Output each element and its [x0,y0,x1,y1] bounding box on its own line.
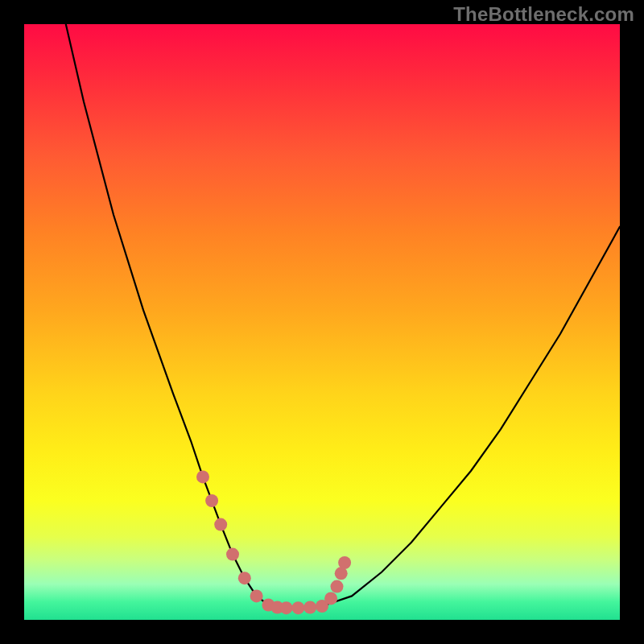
watermark-text: TheBottleneck.com [453,3,634,26]
chart-plot-area [24,24,620,620]
marker-point [280,601,293,614]
marker-point [324,592,337,605]
chart-svg [24,24,620,620]
marker-point [291,601,304,614]
marker-point [338,556,351,569]
marker-point [226,548,239,561]
marker-point [205,494,218,507]
highlight-markers [196,470,351,614]
marker-point [214,518,227,531]
marker-point [238,572,251,584]
marker-point [250,589,263,602]
bottleneck-curve [66,24,620,608]
marker-point [196,470,209,483]
chart-frame: TheBottleneck.com [0,0,644,644]
marker-point [331,580,344,593]
marker-point [303,601,316,614]
